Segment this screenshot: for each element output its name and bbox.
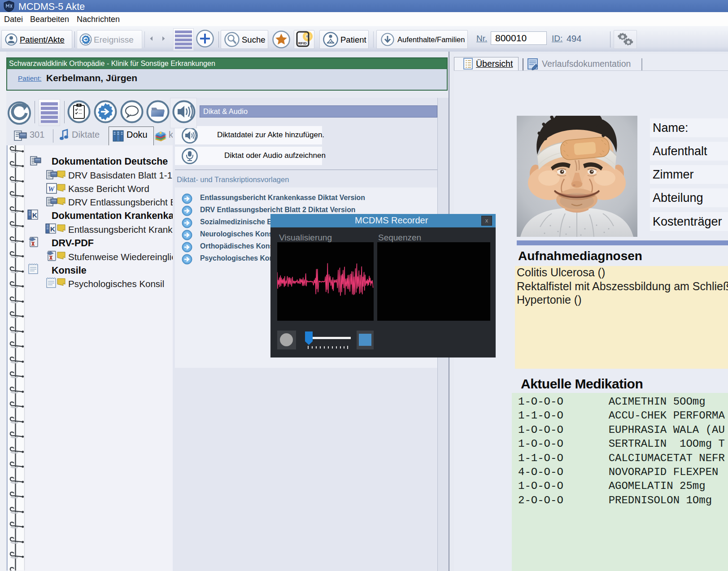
svg-text:DRV Basisdaten Blatt 1-1Bl: DRV Basisdaten Blatt 1-1Bl — [68, 170, 173, 180]
svg-text:DRV-PDF: DRV-PDF — [52, 238, 94, 248]
svg-text:Dokumentation Deutsche: Dokumentation Deutsche — [52, 156, 168, 167]
svg-text:Kasse Bericht Word: Kasse Bericht Word — [68, 183, 149, 194]
svg-text:Stufenweise Wiedereinglied: Stufenweise Wiedereinglied — [68, 252, 173, 262]
svg-text:Entlassungsbericht Kranken: Entlassungsbericht Kranken — [68, 224, 173, 235]
svg-text:Dokumentation Krankenkas: Dokumentation Krankenkas — [52, 210, 173, 221]
svg-text:RFID: RFID — [298, 41, 307, 45]
svg-text:W: W — [48, 185, 55, 193]
svg-text:Konsile: Konsile — [52, 265, 87, 276]
svg-text:Psychologisches Konsil: Psychologisches Konsil — [68, 279, 164, 289]
svg-text:DRV Entlassungsbericht Bla: DRV Entlassungsbericht Bla — [68, 197, 173, 207]
